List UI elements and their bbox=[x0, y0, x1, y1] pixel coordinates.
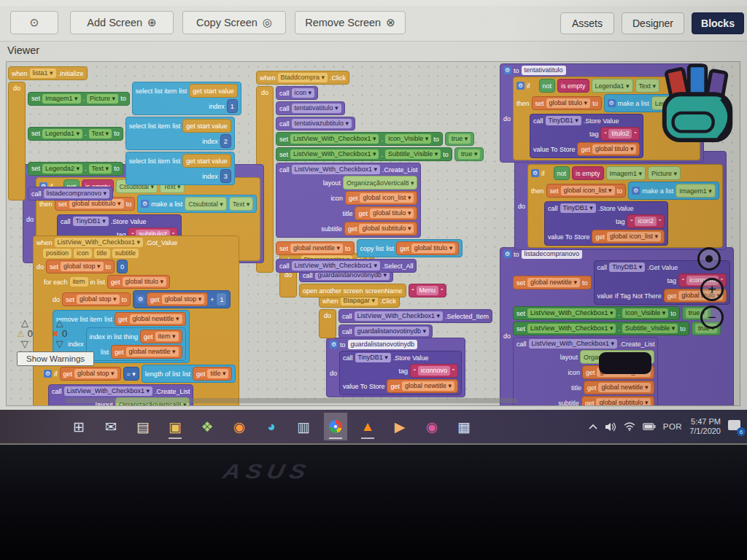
block-field[interactable]: global stop ▾ bbox=[61, 262, 104, 271]
block[interactable]: getitem ▾ bbox=[140, 330, 182, 343]
store-icon[interactable]: ⊞ bbox=[67, 413, 90, 440]
tab-designer[interactable]: Designer bbox=[622, 12, 684, 34]
mutator-icon[interactable]: ⚙ bbox=[608, 99, 616, 107]
battery-icon[interactable] bbox=[643, 423, 656, 430]
media-player-icon[interactable]: ▶ bbox=[388, 413, 411, 440]
when-btapagar-click[interactable]: whenBtapagar ▾.ClickdocallListView_With_… bbox=[319, 294, 492, 338]
block-field[interactable]: global icon_list ▾ bbox=[561, 186, 615, 195]
block[interactable]: Picture ▾ bbox=[648, 166, 681, 180]
block[interactable]: true ▾ bbox=[454, 147, 484, 161]
block[interactable]: callTinyDB1 ▾.Store Valuetag“icon2”value… bbox=[544, 201, 668, 246]
block[interactable]: ⚙toicondo⚙ifnotis emptyImagem1 ▾Picture … bbox=[514, 151, 727, 250]
block[interactable]: getglobal titulo ▾ bbox=[107, 275, 170, 289]
block[interactable]: getglobal newtitle ▾ bbox=[584, 381, 655, 394]
proc-guardalistanovotinydb[interactable]: ⚙toguardalistanovotinydbdocallTinyDB1 ▾.… bbox=[326, 338, 465, 397]
block[interactable]: getglobal subtitulo ▾ bbox=[581, 396, 655, 406]
block-field[interactable]: global stop ▾ bbox=[162, 295, 205, 304]
block[interactable]: 1 bbox=[227, 99, 238, 113]
block-field[interactable]: tentativazubtitulo ▾ bbox=[292, 119, 352, 128]
block-field[interactable]: global icon_list ▾ bbox=[360, 193, 414, 203]
tab-assets[interactable]: Assets bbox=[560, 12, 614, 34]
block[interactable]: callListView_With_Checkbox1 ▾.Selected_I… bbox=[338, 309, 492, 338]
mutator-icon[interactable]: ⚙ bbox=[44, 370, 52, 378]
block-field[interactable]: Icon_Visible ▾ bbox=[622, 308, 668, 318]
block[interactable]: open another screenscreenName bbox=[299, 284, 406, 298]
block[interactable]: = ▾ bbox=[123, 367, 139, 381]
block[interactable]: getglobal titulo ▾ bbox=[396, 241, 459, 255]
block[interactable]: setglobal stop ▾to bbox=[46, 260, 115, 273]
block[interactable]: getglobal newtitle ▾ bbox=[387, 379, 458, 393]
paint3d-icon[interactable]: ◉ bbox=[420, 413, 444, 440]
trash-icon[interactable] bbox=[599, 352, 651, 374]
zoom-out-button[interactable]: − bbox=[700, 306, 724, 329]
block-field[interactable]: Subtitle_Visible ▾ bbox=[385, 149, 441, 159]
block-field[interactable]: ListView_With_Checkbox1 ▾ bbox=[292, 165, 380, 174]
block-field[interactable]: global newtitle ▾ bbox=[290, 244, 343, 253]
block[interactable]: callicon ▾calltentativatitulo ▾calltenta… bbox=[276, 86, 484, 273]
block[interactable]: not bbox=[554, 166, 570, 180]
warning-counter[interactable]: △ ⚠0 ▽ bbox=[17, 319, 33, 349]
block-field[interactable]: Menu bbox=[417, 286, 439, 295]
block-field[interactable]: item bbox=[70, 277, 88, 287]
block[interactable]: get start value bbox=[182, 154, 231, 168]
block[interactable]: setglobal newtitle ▾tocallTinyDB1 ▾.Get … bbox=[513, 260, 730, 406]
block[interactable]: callListView_With_Checkbox1 ▾.Selected_I… bbox=[338, 309, 492, 323]
block-field[interactable]: Subtitle_Visible ▾ bbox=[622, 324, 678, 333]
block-field[interactable]: tentativatitulo bbox=[522, 66, 566, 75]
mutator-icon[interactable]: ⚙ bbox=[516, 82, 525, 90]
block[interactable]: whenlista1 ▾.InitializedosetImagem1 ▾.Pi… bbox=[8, 66, 241, 201]
block[interactable]: is empty bbox=[572, 166, 604, 180]
backpack-icon[interactable] bbox=[656, 63, 740, 148]
block-field[interactable]: global newtitle ▾ bbox=[598, 383, 651, 392]
block-field[interactable]: do bbox=[319, 309, 336, 338]
zoom-in-button[interactable]: + bbox=[700, 278, 724, 301]
wifi-icon[interactable] bbox=[624, 422, 635, 431]
block[interactable]: setImagem1 ▾.Picture ▾toselect list item… bbox=[28, 82, 241, 201]
block[interactable]: setglobal titulo ▾to bbox=[532, 96, 602, 110]
notes-icon[interactable]: ▤ bbox=[131, 413, 155, 440]
block-field[interactable]: ListView_With_Checkbox1 ▾ bbox=[290, 149, 379, 159]
block[interactable]: copy listlistgetglobal titulo ▾ bbox=[357, 239, 463, 257]
block[interactable]: 0 bbox=[117, 260, 128, 273]
block-field[interactable]: guardalistanovotinydb ▾ bbox=[355, 327, 430, 336]
mutator-icon[interactable]: ⚙ bbox=[531, 169, 539, 177]
blocks-canvas[interactable]: ⚙tolistadecompranovodosetglobal newtitle… bbox=[6, 61, 740, 406]
volume-icon[interactable] bbox=[605, 422, 616, 432]
block-field[interactable]: TinyDB1 ▾ bbox=[609, 262, 645, 272]
block-field[interactable]: global icon_list ▾ bbox=[607, 232, 661, 241]
edge-icon[interactable]: ◕ bbox=[260, 413, 283, 440]
block[interactable]: whenBtaddcompra ▾.Click bbox=[256, 71, 349, 85]
block[interactable]: setListView_With_Checkbox1 ▾.Icon_Visibl… bbox=[276, 132, 443, 146]
block[interactable]: not bbox=[539, 79, 556, 93]
block-field[interactable]: ListView_With_Checkbox1 ▾ bbox=[64, 386, 152, 396]
block-field[interactable]: listadecompranovo ▾ bbox=[44, 189, 110, 198]
block-field[interactable]: global titulo ▾ bbox=[592, 144, 637, 154]
block[interactable]: setLegenda1 ▾.Text ▾to bbox=[28, 127, 123, 141]
block[interactable]: length of listlistgettitle ▾ bbox=[142, 365, 236, 383]
block-field[interactable]: Text ▾ bbox=[89, 164, 112, 174]
add-screen-button[interactable]: Add Screen ⊕ bbox=[70, 11, 174, 34]
block[interactable]: “titulo2” bbox=[600, 127, 640, 141]
block-field[interactable]: TinyDB1 ▾ bbox=[546, 116, 581, 125]
error-counter[interactable]: △ ✖0 ▽ bbox=[52, 319, 67, 349]
mutator-icon[interactable]: ⚙ bbox=[503, 66, 511, 74]
block[interactable]: ⚙tolistadecompranovodosetglobal newtitle… bbox=[500, 247, 734, 406]
block[interactable]: select list itemlistget start valueindex… bbox=[125, 152, 235, 185]
block[interactable]: ⚙toguardalistanovotinydbdocallTinyDB1 ▾.… bbox=[326, 338, 465, 397]
file-explorer-icon[interactable]: ▣ bbox=[163, 413, 187, 440]
block[interactable]: 1 bbox=[216, 292, 227, 306]
block-field[interactable]: item ▾ bbox=[155, 332, 179, 341]
block-field[interactable]: global titulo ▾ bbox=[370, 209, 414, 218]
block-field[interactable]: ListView_With_Checkbox1 ▾ bbox=[55, 238, 143, 247]
block[interactable]: Legenda1 ▾ bbox=[592, 79, 633, 93]
block-field[interactable]: lista1 ▾ bbox=[30, 69, 56, 78]
block-field[interactable]: global newtitle ▾ bbox=[126, 347, 179, 357]
block[interactable]: callTinyDB1 ▾.Store Valuetag“titulo2”val… bbox=[530, 114, 643, 158]
block-field[interactable]: global stop ▾ bbox=[77, 295, 120, 304]
block-field[interactable]: global newtitle ▾ bbox=[130, 314, 182, 324]
block[interactable]: 2 bbox=[220, 134, 231, 148]
calculator-icon[interactable]: ▦ bbox=[452, 413, 476, 440]
block[interactable]: getglobal titulo ▾ bbox=[577, 142, 640, 156]
screen-menu-button[interactable]: ⊙ bbox=[10, 11, 58, 34]
tab-blocks[interactable]: Blocks bbox=[692, 12, 744, 34]
